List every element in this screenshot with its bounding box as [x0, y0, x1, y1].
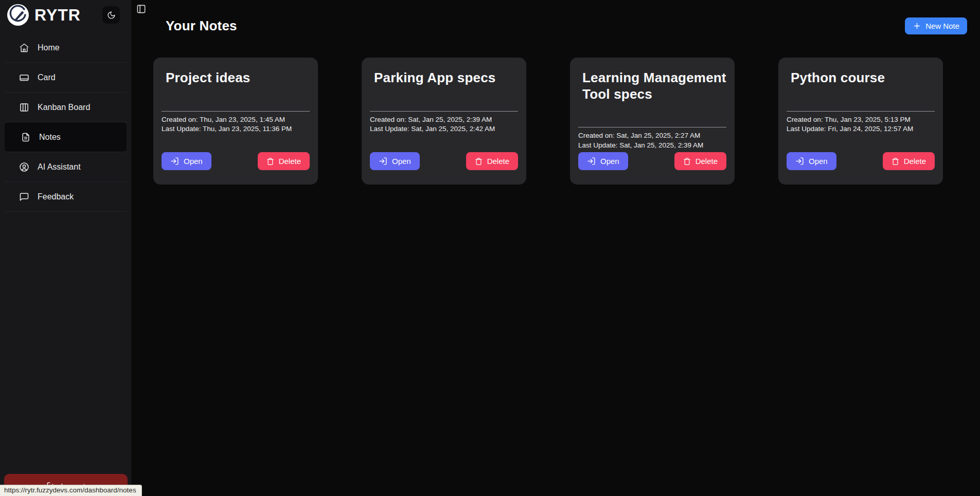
note-card: Parking App specs Created on: Sat, Jan 2…	[362, 58, 526, 185]
sidebar-item-label: Card	[38, 73, 56, 82]
log-in-icon	[170, 157, 179, 166]
log-in-icon	[795, 157, 804, 166]
sidebar-item-card[interactable]: Card	[5, 63, 127, 93]
app-logo-pen-icon	[7, 4, 29, 26]
note-dates: Created on: Sat, Jan 25, 2025, 2:27 AM L…	[578, 132, 726, 150]
note-card: Project ideas Created on: Thu, Jan 23, 2…	[153, 58, 318, 185]
note-updated: Last Update: Thu, Jan 23, 2025, 11:36 PM	[162, 125, 310, 133]
note-updated: Last Update: Sat, Jan 25, 2025, 2:42 AM	[370, 125, 518, 133]
status-url-bar: https://rytr.fuzzydevs.com/dashboard/not…	[0, 485, 142, 496]
note-dates: Created on: Thu, Jan 23, 2025, 5:13 PM L…	[787, 116, 935, 134]
log-in-icon	[379, 157, 387, 166]
sidebar-item-feedback[interactable]: Feedback	[5, 182, 127, 212]
sidebar-item-kanban-board[interactable]: Kanban Board	[5, 93, 127, 122]
delete-label: Delete	[696, 157, 718, 166]
sidebar-item-home[interactable]: Home	[5, 33, 127, 63]
delete-label: Delete	[487, 157, 509, 166]
trash-icon	[683, 157, 691, 166]
plus-icon	[913, 22, 921, 30]
trash-icon	[266, 157, 274, 166]
log-in-icon	[587, 157, 596, 166]
trash-icon	[892, 157, 899, 166]
page-title: Your Notes	[166, 18, 237, 34]
sidebar-item-label: Home	[38, 43, 60, 52]
note-created: Created on: Sat, Jan 25, 2025, 2:39 AM	[370, 116, 518, 124]
card-divider	[578, 127, 726, 127]
sidebar-toggle-button[interactable]	[134, 2, 148, 15]
card-divider	[162, 111, 310, 112]
sidebar-nav: Home Card Kanban Board Notes AI Assistan…	[5, 33, 127, 212]
new-note-label: New Note	[925, 22, 959, 30]
sidebar-item-notes[interactable]: Notes	[5, 122, 127, 152]
note-actions: Open Delete	[370, 152, 518, 170]
open-note-button[interactable]: Open	[162, 152, 211, 170]
sidebar-item-ai-assistant[interactable]: AI Assistant	[5, 152, 127, 182]
open-label: Open	[809, 157, 828, 166]
page-header: Your Notes New Note	[132, 0, 980, 34]
delete-note-button[interactable]: Delete	[674, 152, 726, 170]
open-note-button[interactable]: Open	[578, 152, 628, 170]
theme-toggle-button[interactable]	[102, 6, 120, 24]
card-divider	[787, 111, 935, 112]
note-actions: Open Delete	[787, 152, 935, 170]
delete-label: Delete	[904, 157, 926, 166]
delete-note-button[interactable]: Delete	[258, 152, 310, 170]
delete-note-button[interactable]: Delete	[466, 152, 518, 170]
moon-icon	[107, 11, 116, 20]
new-note-button[interactable]: New Note	[905, 17, 967, 34]
note-title: Parking App specs	[374, 70, 518, 86]
sidebar-item-label: Kanban Board	[38, 103, 90, 112]
note-updated: Last Update: Sat, Jan 25, 2025, 2:39 AM	[578, 141, 726, 150]
open-note-button[interactable]: Open	[370, 152, 420, 170]
sidebar-item-label: AI Assistant	[38, 162, 81, 172]
delete-note-button[interactable]: Delete	[883, 152, 935, 170]
panel-left-icon	[136, 4, 146, 14]
main-content: Your Notes New Note Project ideas Create…	[132, 0, 980, 496]
note-actions: Open Delete	[578, 152, 726, 170]
open-note-button[interactable]: Open	[787, 152, 836, 170]
trash-icon	[475, 157, 483, 166]
open-label: Open	[600, 157, 619, 166]
open-label: Open	[392, 157, 411, 166]
note-title: Project ideas	[166, 70, 310, 86]
kanban-board-icon	[19, 102, 29, 113]
card-icon	[19, 72, 29, 83]
note-updated: Last Update: Fri, Jan 24, 2025, 12:57 AM	[787, 125, 935, 133]
note-dates: Created on: Thu, Jan 23, 2025, 1:45 AM L…	[162, 116, 310, 134]
message-bubble-icon	[19, 192, 29, 202]
note-card: Learning Management Tool specs Created o…	[570, 58, 735, 185]
open-label: Open	[184, 157, 203, 166]
sidebar: RYTR Home Card Kanban Board	[0, 0, 132, 496]
sidebar-item-label: Feedback	[38, 192, 74, 201]
home-icon	[19, 43, 29, 53]
notes-file-icon	[21, 132, 31, 142]
notes-grid: Project ideas Created on: Thu, Jan 23, 2…	[153, 58, 943, 185]
note-card: Python course Created on: Thu, Jan 23, 2…	[778, 58, 943, 185]
brand-row: RYTR	[0, 0, 131, 30]
note-created: Created on: Thu, Jan 23, 2025, 5:13 PM	[787, 116, 935, 124]
brand-title: RYTR	[34, 6, 81, 25]
note-dates: Created on: Sat, Jan 25, 2025, 2:39 AM L…	[370, 116, 518, 134]
sidebar-item-label: Notes	[39, 133, 61, 142]
card-divider	[370, 111, 518, 112]
user-circle-icon	[19, 162, 29, 172]
note-title: Python course	[791, 70, 935, 86]
note-created: Created on: Thu, Jan 23, 2025, 1:45 AM	[162, 116, 310, 124]
delete-label: Delete	[279, 157, 301, 166]
note-created: Created on: Sat, Jan 25, 2025, 2:27 AM	[578, 132, 726, 140]
note-title: Learning Management Tool specs	[582, 70, 726, 102]
note-actions: Open Delete	[162, 152, 310, 170]
